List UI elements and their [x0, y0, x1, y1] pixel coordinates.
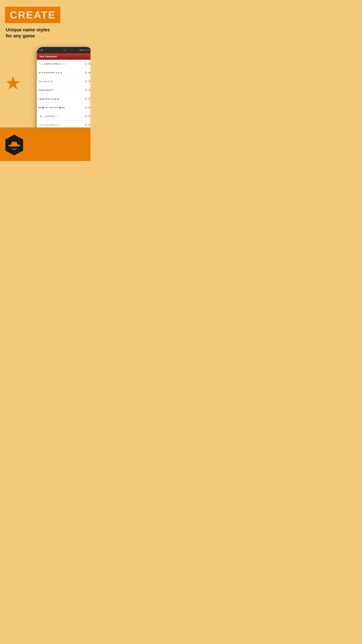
favourite-name: ◄•◄👑MANIMAL👑►•►: [38, 72, 85, 74]
app-header: Your Favourites: [37, 53, 90, 60]
copy-button[interactable]: ⧉: [85, 123, 87, 127]
copy-button[interactable]: ⧉: [85, 71, 87, 74]
battery-percent: 37%: [87, 49, 90, 51]
svg-rect-3: [11, 146, 14, 148]
favourite-row[interactable]: ♣☢♒•JAY WALKER•♒☢♣⧉✕: [37, 103, 90, 112]
favourite-row[interactable]: ༀSÁM BØNEYༀ⧉✕: [37, 86, 90, 94]
top-section: CREATE Unique name styles for any game: [0, 0, 90, 42]
wifi-label: VoWiFi: [79, 49, 84, 51]
delete-button[interactable]: ✕: [88, 80, 90, 83]
copy-button[interactable]: ⧉: [85, 80, 87, 83]
copy-button[interactable]: ⧉: [85, 106, 87, 109]
delete-button[interactable]: ✕: [88, 106, 90, 109]
favourite-name: ꧁☆⊱sumi⊰☆꧂: [38, 80, 85, 82]
delete-button[interactable]: ✕: [88, 115, 90, 118]
subtitle: Unique name styles for any game: [6, 27, 85, 39]
app-title: Your Favourites: [39, 55, 57, 58]
copy-button[interactable]: ⧉: [85, 97, 87, 100]
delete-button[interactable]: ✕: [88, 62, 90, 66]
favourite-row[interactable]: ·.★*...crɛiɢhtoN◦·.☽◦⧉✕: [37, 112, 90, 121]
favourite-row[interactable]: ꧁☆⊱sumi⊰☆꧂⧉✕: [37, 77, 90, 86]
delete-button[interactable]: ✕: [88, 97, 90, 100]
status-bar: 1:25 VoWiFi ▲ 37%: [37, 47, 90, 53]
favourite-row[interactable]: ◄•◄👑MANIMAL👑►•►⧉✕: [37, 68, 90, 77]
create-banner: CREATE: [5, 7, 60, 23]
favourite-name: ♡o..o♡LILLITH♡o..o♡: [38, 124, 85, 126]
copy-button[interactable]: ⧉: [85, 62, 87, 66]
svg-rect-4: [15, 146, 17, 148]
battery-icon: ▲: [85, 49, 86, 51]
favourite-name: ༀSÁM BØNEYༀ: [38, 89, 85, 91]
subtitle-line2: for any game: [6, 33, 35, 38]
copy-button[interactable]: ⧉: [85, 114, 87, 118]
delete-button[interactable]: ✕: [88, 88, 90, 92]
delete-button[interactable]: ✕: [88, 71, 90, 74]
create-title: CREATE: [10, 9, 56, 21]
favourite-row[interactable]: ☆⊹☆⊱RØCK ENRØL⊰☆⊹☆⧉✕: [37, 60, 90, 68]
favourite-name: ♣☢♒•JAY WALKER•♒☢♣: [38, 106, 85, 109]
favourite-row[interactable]: □■□■□IONELIA□■□■□⧉✕: [37, 94, 90, 103]
status-time: 1:25: [39, 49, 43, 51]
star-icon: ★: [5, 74, 21, 92]
app-logo: [3, 134, 25, 156]
camera-notch: [63, 49, 66, 51]
favourite-name: ·.★*...crɛiɢhtoN◦·.☽◦: [38, 115, 85, 118]
bottom-area: [0, 128, 90, 161]
favourite-name: □■□■□IONELIA□■□■□: [38, 98, 85, 100]
delete-button[interactable]: ✕: [88, 124, 90, 126]
favourite-name: ☆⊹☆⊱RØCK ENRØL⊰☆⊹☆: [38, 63, 85, 65]
copy-button[interactable]: ⧉: [85, 88, 87, 92]
status-icons: VoWiFi ▲ 37%: [79, 49, 90, 51]
subtitle-line1: Unique name styles: [6, 27, 50, 32]
